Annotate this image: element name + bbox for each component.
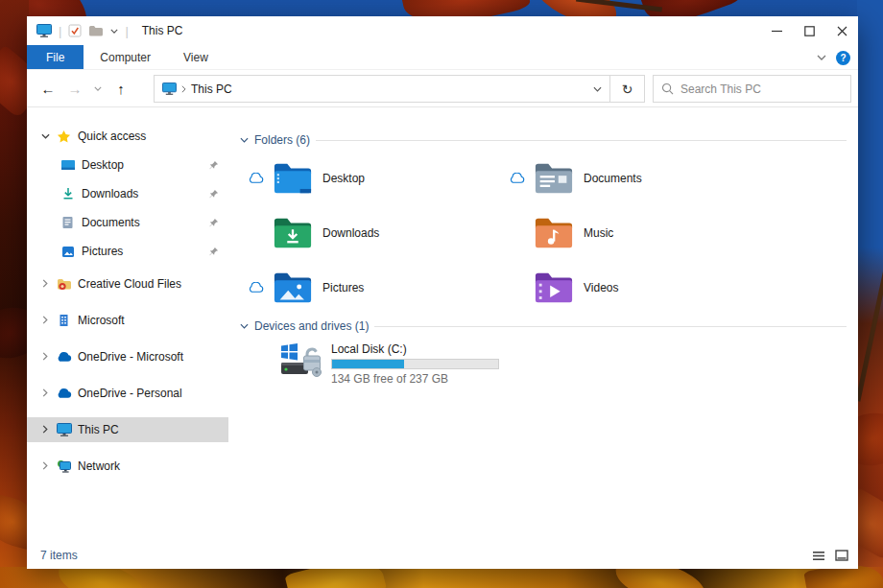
back-button[interactable]: ← [35, 75, 61, 102]
folder-tile-label: Music [584, 226, 613, 240]
view-toggles [812, 550, 848, 561]
tab-view[interactable]: View [167, 45, 225, 69]
recent-locations-chevron-icon[interactable] [88, 75, 107, 102]
folder-tile-downloads[interactable]: Downloads [246, 205, 507, 260]
group-header-folders[interactable]: Folders (6) [240, 133, 858, 147]
address-bar[interactable]: This PC ↻ [154, 75, 645, 103]
search-box[interactable] [653, 75, 851, 103]
chevron-right-icon[interactable] [42, 277, 48, 291]
sidebar-item-label: Downloads [82, 187, 138, 200]
large-icons-view-icon[interactable] [835, 550, 848, 561]
sidebar-item-pictures[interactable]: Pictures [27, 237, 228, 266]
window-title: This PC [142, 24, 183, 37]
sidebar-item-quick-access[interactable]: Quick access [27, 122, 228, 151]
folder-tile-label: Videos [584, 281, 618, 294]
local-disk-bitlocker-icon [278, 341, 324, 381]
help-button[interactable]: ? [836, 51, 850, 65]
details-view-icon[interactable] [812, 551, 825, 561]
onedrive-cloud-icon [56, 386, 72, 401]
this-pc-icon [56, 422, 72, 437]
maximize-button[interactable] [793, 16, 825, 45]
chevron-right-icon[interactable] [42, 387, 48, 400]
drive-free-space: 134 GB free of 237 GB [331, 372, 499, 386]
pin-icon [208, 218, 219, 228]
tab-file[interactable]: File [27, 45, 84, 69]
minimize-button[interactable] [760, 16, 793, 45]
tab-computer[interactable]: Computer [84, 45, 167, 69]
onedrive-status-cloud-icon [507, 173, 526, 184]
group-title[interactable]: Devices and drives (1) [254, 319, 369, 333]
selected-row-highlight: This PC [27, 417, 228, 442]
folder-tile-videos[interactable]: Videos [507, 260, 795, 315]
folder-tile-label: Downloads [322, 226, 379, 240]
sidebar-item-label: Documents [82, 216, 140, 229]
drive-name: Local Disk (C:) [331, 342, 499, 356]
star-icon [56, 129, 72, 144]
sidebar-item-onedrive-microsoft[interactable]: OneDrive - Microsoft [27, 339, 228, 375]
chevron-right-icon[interactable] [42, 423, 48, 436]
sidebar-item-label: Desktop [82, 158, 124, 172]
sidebar-item-label: Microsoft [78, 314, 125, 327]
group-header-devices[interactable]: Devices and drives (1) [240, 319, 858, 333]
sidebar-item-this-pc[interactable]: This PC [27, 412, 228, 448]
breadcrumb-location[interactable]: This PC [191, 82, 232, 96]
folder-tile-desktop[interactable]: Desktop [246, 151, 507, 205]
close-button[interactable] [825, 16, 858, 45]
sidebar-item-network[interactable]: Network [27, 448, 228, 484]
desktop-icon [60, 157, 76, 173]
this-pc-icon [36, 24, 52, 37]
this-pc-icon [162, 82, 177, 95]
downloads-folder-icon [273, 216, 313, 250]
chevron-right-icon[interactable] [42, 314, 48, 327]
sidebar-item-onedrive-personal[interactable]: OneDrive - Personal [27, 375, 228, 412]
onedrive-status-cloud-icon [246, 173, 265, 184]
pin-icon [208, 189, 219, 200]
sidebar-item-desktop[interactable]: Desktop [27, 151, 228, 179]
toolbar-customize-chevron-icon[interactable] [110, 29, 118, 34]
folder-tile-label: Desktop [322, 172, 365, 185]
disk-usage-fill [332, 360, 404, 368]
group-collapse-chevron-icon[interactable] [240, 323, 249, 329]
sidebar-item-documents[interactable]: Documents [27, 208, 228, 237]
network-icon [56, 459, 72, 474]
folder-tile-documents[interactable]: Documents [507, 151, 795, 205]
download-icon [60, 186, 76, 201]
chevron-right-icon[interactable] [42, 350, 48, 364]
item-count: 7 items [40, 549, 78, 562]
nav-history-buttons: ← → ↑ [27, 75, 134, 102]
sidebar-item-label: Creative Cloud Files [78, 277, 181, 291]
forward-button[interactable]: → [61, 75, 88, 102]
folder-tile-pictures[interactable]: Pictures [246, 260, 507, 315]
up-button[interactable]: ↑ [107, 75, 134, 102]
search-input[interactable] [680, 82, 843, 96]
chevron-down-icon[interactable] [38, 133, 52, 139]
navigation-bar: ← → ↑ This PC ↻ [27, 70, 858, 107]
sidebar-item-microsoft[interactable]: Microsoft [27, 302, 228, 339]
sidebar-item-creative-cloud-files[interactable]: Creative Cloud Files [27, 266, 228, 302]
group-collapse-chevron-icon[interactable] [240, 137, 249, 143]
group-header-rule [374, 326, 847, 327]
folder-tile-label: Documents [584, 172, 642, 185]
folder-tile-music[interactable]: Music [507, 205, 795, 260]
drive-info: Local Disk (C:) 134 GB free of 237 GB [331, 341, 499, 386]
pin-icon [208, 247, 219, 257]
breadcrumb[interactable]: This PC [155, 82, 585, 96]
drive-tile-local-disk-c[interactable]: Local Disk (C:) 134 GB free of 237 GB [278, 341, 499, 386]
pin-icon [208, 160, 219, 171]
quick-access-toolbar: | | This PC [27, 24, 182, 38]
new-folder-icon[interactable] [88, 25, 104, 37]
music-folder-icon [534, 216, 574, 250]
refresh-button[interactable]: ↻ [609, 76, 644, 102]
group-title[interactable]: Folders (6) [254, 133, 310, 147]
address-dropdown-chevron-icon[interactable] [585, 76, 609, 102]
search-icon [661, 82, 674, 95]
ribbon-expand-chevron-icon[interactable] [817, 55, 826, 60]
building-icon [56, 313, 72, 328]
properties-icon[interactable] [68, 24, 82, 37]
chevron-right-icon[interactable] [42, 459, 48, 473]
items-view: Folders (6) Desktop [228, 108, 858, 542]
videos-folder-icon [534, 270, 574, 305]
sidebar-item-label: OneDrive - Microsoft [78, 350, 183, 364]
title-bar[interactable]: | | This PC [27, 16, 858, 45]
sidebar-item-downloads[interactable]: Downloads [27, 179, 228, 208]
